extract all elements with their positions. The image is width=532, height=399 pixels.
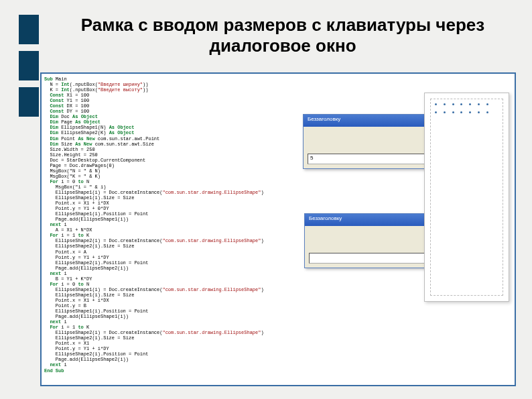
code-kw: Dim (44, 114, 58, 119)
code-kw: Sub (44, 76, 53, 82)
code-kw: Dim (44, 130, 58, 135)
code-kw: For (44, 233, 58, 238)
code-text: (.nputBox( (70, 82, 98, 87)
code-text: ) (261, 287, 263, 292)
code-kw: As New (75, 141, 92, 147)
page-outline (430, 99, 503, 296)
code-text: Size.Height = 250 (44, 152, 98, 158)
code-text: K = (44, 87, 61, 93)
code-kw: As Object (72, 114, 98, 119)
ellipse-dot (478, 111, 480, 113)
code-kw: Const (44, 98, 64, 103)
code-text: EllipseShape2(i) = Doc.createInstance( (44, 238, 162, 243)
code-kw: End Sub (44, 368, 64, 374)
slide: Рамка с вводом размеров с клавиатуры чер… (0, 0, 532, 399)
code-text: i (61, 222, 66, 227)
ellipse-dot (444, 103, 446, 105)
code-kw: Const (44, 103, 64, 109)
ellipse-dot (452, 103, 454, 105)
code-kw: As Object (109, 130, 135, 135)
code-text: K (84, 233, 89, 238)
code-kw: As Object (109, 125, 135, 130)
dot-row-2 (435, 111, 488, 113)
code-text: EllipseShape1(i).Position = Point (44, 308, 148, 314)
code-text: i (61, 271, 66, 276)
ellipse-dot (469, 103, 471, 105)
code-text: EllipseShape1(i).Size = Size (44, 292, 134, 298)
dot-row-top (435, 103, 488, 105)
ellipse-dot (460, 103, 462, 105)
code-text: Page.add(EllipseShape1(i)) (44, 314, 129, 319)
content-frame: Sub Main N = Int(.nputBox("Введите ширин… (40, 72, 516, 386)
code-kw: next (44, 222, 61, 227)
code-text: EllipseShape1(i).Size = Size (44, 195, 134, 201)
code-text: X1 = 100 (64, 93, 89, 98)
code-text: Size (58, 141, 75, 147)
code-kw: to (78, 282, 83, 287)
code-text: EllipseShape2(i).Position = Point (44, 351, 148, 357)
code-text: com.sun.star.awt.Size (92, 141, 153, 147)
code-text: Doc (58, 114, 72, 119)
code-text: Y1 = 100 (64, 98, 89, 103)
code-text: EllipseShape1(i) = Doc.createInstance( (44, 287, 162, 292)
code-kw: For (44, 282, 58, 287)
code-text: B = Y1 + K*DY (44, 276, 92, 282)
code-text: Page.add(EllipseShape1(i)) (44, 217, 129, 222)
side-tabs (19, 15, 39, 123)
code-text: EllipseShape1(N) (58, 125, 109, 130)
code-text: Page.add(EllipseShape2(i)) (44, 357, 129, 362)
code-kw: next (44, 362, 61, 367)
tab-2 (19, 51, 39, 80)
ellipse-dot (435, 111, 437, 113)
code-kw: Int (61, 82, 70, 87)
code-text: A = X1 + N*DX (44, 227, 92, 233)
code-kw: For (44, 179, 58, 184)
code-text: EllipseShape2(i).Size = Size (44, 335, 134, 341)
code-text: Point.y = B (44, 303, 86, 308)
code-kw: to (78, 233, 83, 238)
code-text: Main (53, 76, 67, 82)
slide-title: Рамка с вводом размеров с клавиатуры чер… (46, 15, 520, 56)
code-text: (.nputBox( (70, 87, 98, 93)
code-text: MsgBox("K = " & K) (44, 174, 101, 179)
code-text: K (84, 325, 89, 330)
drawing-preview (424, 93, 509, 302)
ellipse-dot (460, 111, 462, 113)
code-text: i = 0 (58, 179, 78, 184)
code-text: i (61, 319, 66, 325)
code-kw: next (44, 271, 61, 276)
code-text: Page.add(EllipseShape2(i)) (44, 266, 129, 271)
code-text: MsgBox("i = " & i) (44, 184, 106, 190)
code-text: Point.x = X1 + i*DX (44, 201, 109, 206)
code-kw: Dim (44, 141, 58, 147)
code-str: "com.sun.star.drawing.EllipseShape" (162, 287, 261, 292)
code-kw: to (78, 179, 83, 184)
ellipse-dot (486, 103, 488, 105)
code-text: DY = 100 (64, 109, 89, 114)
code-text: Point.y = Y1 + i*DY (44, 255, 109, 260)
ellipse-dot (469, 111, 471, 113)
code-text: i = 1 (58, 233, 78, 238)
code-text: EllipseShape2(i) = Doc.createInstance( (44, 330, 162, 335)
code-text: Point (58, 136, 78, 141)
code-text: N = (44, 82, 61, 87)
code-text: Point.y = Y1 + i*DY (44, 346, 109, 351)
code-str: "com.sun.star.drawing.EllipseShape" (162, 330, 261, 335)
code-kw: Dim (44, 119, 58, 125)
code-text: MsgBox("N = " & N) (44, 168, 101, 174)
code-kw: to (78, 325, 83, 330)
title-area: Рамка с вводом размеров с клавиатуры чер… (46, 15, 520, 56)
code-text: ) (261, 238, 263, 243)
code-text: EllipseShape2(i).Size = Size (44, 243, 134, 249)
code-text: N (84, 282, 89, 287)
code-kw: As New (78, 136, 94, 141)
code-text: i = 1 (58, 325, 78, 330)
code-text: Size.Width = 250 (44, 147, 95, 152)
code-text: i (61, 362, 66, 367)
code-text: EllipseShape1(i).Position = Point (44, 211, 148, 217)
code-text: N (84, 179, 89, 184)
code-text: EllipseShape2(K) (58, 130, 109, 135)
ellipse-dot (444, 111, 446, 113)
code-text: Doc = StarDesktop.CurrentComponent (44, 158, 145, 163)
code-text: ) (261, 190, 263, 195)
